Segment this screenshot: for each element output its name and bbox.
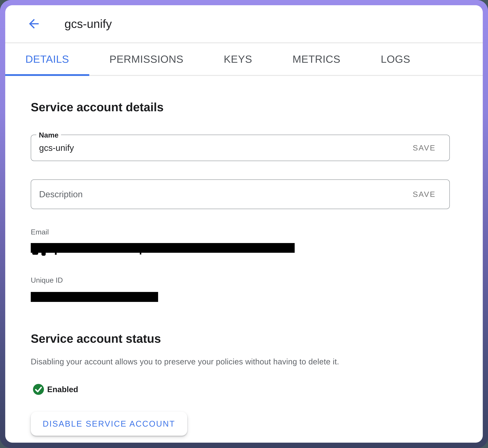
tab-permissions[interactable]: PERMISSIONS [89,43,203,75]
details-content: Service account details Name gcs-unify S… [5,101,483,436]
email-group: Email [31,228,450,253]
unique-id-label: Unique ID [31,276,450,284]
status-row: Enabled [33,384,450,395]
page-title: gcs-unify [65,17,112,31]
redaction-artifact [140,253,141,255]
status-description: Disabling your account allows you to pre… [31,357,450,366]
tab-details[interactable]: DETAILS [5,43,89,75]
section-heading-details: Service account details [31,101,450,114]
tab-metrics[interactable]: METRICS [272,43,360,75]
window-frame: gcs-unify DETAILS PERMISSIONS KEYS METRI… [0,0,488,448]
redaction-artifact [32,253,38,255]
name-field[interactable]: Name gcs-unify SAVE [31,135,450,161]
tab-keys[interactable]: KEYS [203,43,272,75]
email-label: Email [31,228,450,236]
redaction-artifact [41,253,46,256]
status-badge: Enabled [47,385,78,394]
back-button[interactable] [26,16,41,31]
unique-id-group: Unique ID [31,276,450,302]
email-redaction-bar [31,243,295,253]
disable-service-account-button[interactable]: DISABLE SERVICE ACCOUNT [31,412,187,436]
tab-logs[interactable]: LOGS [360,43,430,75]
name-save-button[interactable]: SAVE [411,141,437,155]
description-save-button[interactable]: SAVE [411,187,437,201]
name-input[interactable]: gcs-unify [39,143,411,153]
arrow-left-icon [27,16,41,31]
service-account-panel: gcs-unify DETAILS PERMISSIONS KEYS METRI… [5,5,483,443]
redaction-artifact [55,253,57,255]
description-input[interactable]: Description [39,189,411,199]
desktop-background: gcs-unify DETAILS PERMISSIONS KEYS METRI… [0,0,488,448]
tab-bar: DETAILS PERMISSIONS KEYS METRICS LOGS [5,43,483,76]
section-heading-status: Service account status [31,332,450,345]
description-field[interactable]: Description SAVE [31,179,450,209]
check-circle-icon [33,384,44,395]
unique-id-redaction-bar [31,292,158,302]
name-field-label: Name [36,131,61,139]
panel-header: gcs-unify [5,5,483,43]
